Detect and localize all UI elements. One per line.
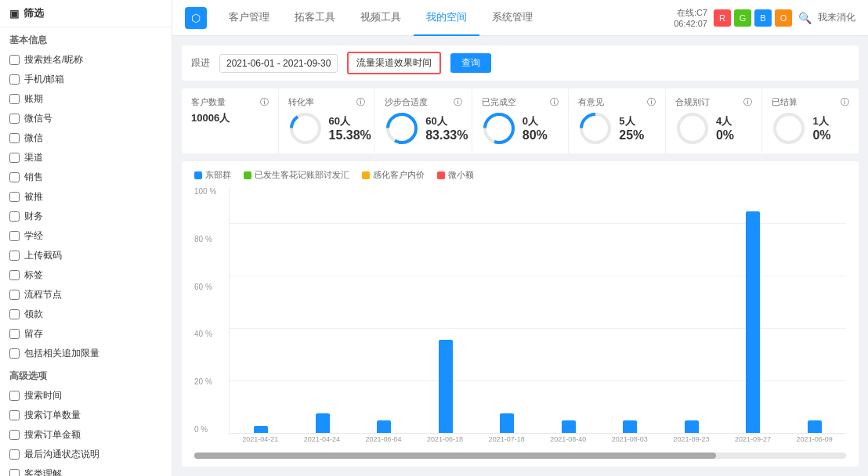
sidebar-advanced-item[interactable]: 搜索时间 (0, 386, 172, 406)
sidebar-item-checkbox[interactable] (9, 133, 20, 143)
sidebar-basic-item[interactable]: 上传截码 (0, 246, 172, 265)
sidebar-item-label: 销售 (24, 171, 43, 184)
nav-blue-icon[interactable]: B (754, 9, 772, 27)
chart-bar[interactable] (808, 420, 822, 433)
chart-area: 东部群已发生客花记账部讨发汇感化客户内价微小额 100 %80 %60 %40 … (182, 161, 859, 467)
sidebar-basic-item[interactable]: 财务 (0, 207, 172, 226)
stat-info-icon: ⓘ (356, 96, 365, 108)
sidebar-basic-item[interactable]: 留存 (0, 324, 172, 344)
stat-label: 客户数量 (191, 96, 226, 108)
sidebar-basic-item[interactable]: 标签 (0, 265, 172, 285)
nav-tabs: 客户管理拓客工具视频工具我的空间系统管理 (216, 0, 674, 36)
advanced-section-title: 高级选项 (0, 363, 172, 386)
sidebar-item-checkbox[interactable] (9, 231, 20, 241)
sidebar-item-checkbox[interactable] (9, 251, 20, 261)
sidebar-basic-item[interactable]: 被推 (0, 187, 172, 207)
sidebar-basic-item[interactable]: 微信号 (0, 109, 172, 128)
filter-label: 跟进 (191, 56, 210, 70)
search-button[interactable]: 查询 (450, 53, 491, 73)
x-label: 2021-06-04 (355, 435, 412, 449)
sidebar-item-checkbox[interactable] (9, 469, 20, 476)
chart-scrollbar[interactable] (194, 453, 846, 459)
nav-tab[interactable]: 视频工具 (348, 0, 414, 36)
sidebar-item-checkbox[interactable] (9, 192, 20, 202)
basic-section-title: 基本信息 (0, 27, 172, 50)
legend-dot (194, 171, 202, 179)
stat-value: 5人 (619, 114, 644, 128)
sidebar-basic-item[interactable]: 学经 (0, 226, 172, 246)
chart-bar[interactable] (623, 420, 637, 433)
nav-tab[interactable]: 客户管理 (216, 0, 282, 36)
sidebar-item-label: 流程节点 (24, 288, 62, 301)
highlight-label[interactable]: 流量渠道效果时间 (347, 52, 441, 74)
sidebar-basic-item[interactable]: 领款 (0, 305, 172, 324)
chart-body (229, 187, 846, 434)
chart-bar[interactable] (316, 413, 330, 433)
svg-point-10 (775, 114, 803, 142)
sidebar-basic-item[interactable]: 搜索姓名/昵称 (0, 50, 172, 70)
nav-tab[interactable]: 系统管理 (479, 0, 545, 36)
x-label: 2021-04-24 (294, 435, 351, 449)
sidebar-item-checkbox[interactable] (9, 270, 20, 280)
sidebar-advanced-item[interactable]: 客类理解 (0, 464, 172, 476)
date-range[interactable]: 2021-06-01 - 2021-09-30 (219, 54, 338, 73)
y-label: 100 % (194, 187, 226, 196)
chart-bar[interactable] (377, 420, 391, 433)
sidebar-item-checkbox[interactable] (9, 329, 20, 339)
chart-bar[interactable] (685, 420, 699, 433)
stat-percent: 0% (716, 128, 734, 142)
stat-donut (385, 111, 419, 146)
nav-green-icon[interactable]: G (734, 9, 751, 27)
search-icon[interactable]: 🔍 (798, 12, 812, 24)
stat-info-icon: ⓘ (454, 96, 462, 108)
sidebar-item-checkbox[interactable] (9, 74, 20, 85)
nav-red-icon[interactable]: R (714, 9, 731, 27)
sidebar-basic-item[interactable]: 手机/邮箱 (0, 70, 172, 89)
sidebar-basic-item[interactable]: 流程节点 (0, 285, 172, 305)
stat-donut-row: 60人 83.33% (385, 111, 462, 146)
chart-bar[interactable] (500, 413, 514, 433)
stat-value: 60人 (329, 114, 371, 128)
sidebar-item-checkbox[interactable] (9, 211, 20, 222)
stat-percent: 0% (812, 128, 830, 142)
sidebar-advanced-item[interactable]: 搜索订单数量 (0, 406, 172, 425)
nav-orange-icon[interactable]: O (775, 9, 792, 27)
sidebar-item-checkbox[interactable] (9, 391, 20, 401)
sidebar-basic-item[interactable]: 包括相关追加限量 (0, 344, 172, 363)
sidebar-item-checkbox[interactable] (9, 114, 20, 124)
user-id: 在线:C7 (674, 7, 707, 19)
y-label: 0 % (194, 425, 226, 434)
sidebar-item-checkbox[interactable] (9, 410, 20, 420)
sidebar-item-checkbox[interactable] (9, 309, 20, 319)
sidebar-item-checkbox[interactable] (9, 172, 20, 182)
nav-tab[interactable]: 我的空间 (414, 0, 479, 36)
sidebar-item-checkbox[interactable] (9, 449, 20, 460)
sidebar-item-label: 领款 (24, 308, 43, 321)
chart-scrollbar-thumb[interactable] (194, 453, 716, 459)
sidebar: ▣ 筛选 基本信息 搜索姓名/昵称手机/邮箱账期微信号微信渠道销售被推财务学经上… (0, 0, 172, 476)
sidebar-advanced-item[interactable]: 最后沟通状态说明 (0, 445, 172, 464)
stat-info-icon: ⓘ (550, 96, 559, 108)
sidebar-item-checkbox[interactable] (9, 55, 20, 65)
sidebar-item-checkbox[interactable] (9, 348, 20, 359)
stat-header: 有意见 ⓘ (578, 96, 656, 108)
sidebar-item-checkbox[interactable] (9, 94, 20, 104)
sidebar-basic-item[interactable]: 销售 (0, 168, 172, 187)
sidebar-advanced-item[interactable]: 搜索订单金额 (0, 425, 172, 445)
chart-bar[interactable] (562, 420, 576, 433)
chart-bar[interactable] (746, 211, 760, 433)
sidebar-basic-item[interactable]: 微信 (0, 128, 172, 148)
sidebar-item-checkbox[interactable] (9, 430, 20, 440)
sidebar-item-checkbox[interactable] (9, 153, 20, 163)
stat-header: 合规别订 ⓘ (675, 96, 753, 108)
chart-bar[interactable] (254, 426, 268, 433)
sidebar-item-label: 学经 (24, 229, 43, 243)
sidebar-basic-item[interactable]: 渠道 (0, 148, 172, 168)
sidebar-basic-item[interactable]: 账期 (0, 89, 172, 109)
stat-header: 已结算 ⓘ (772, 96, 849, 108)
sidebar-item-checkbox[interactable] (9, 290, 20, 300)
stat-label: 已结算 (772, 96, 797, 108)
nav-tab[interactable]: 拓客工具 (282, 0, 348, 36)
chart-bar[interactable] (439, 340, 453, 433)
x-label: 2021-08-40 (540, 435, 597, 449)
